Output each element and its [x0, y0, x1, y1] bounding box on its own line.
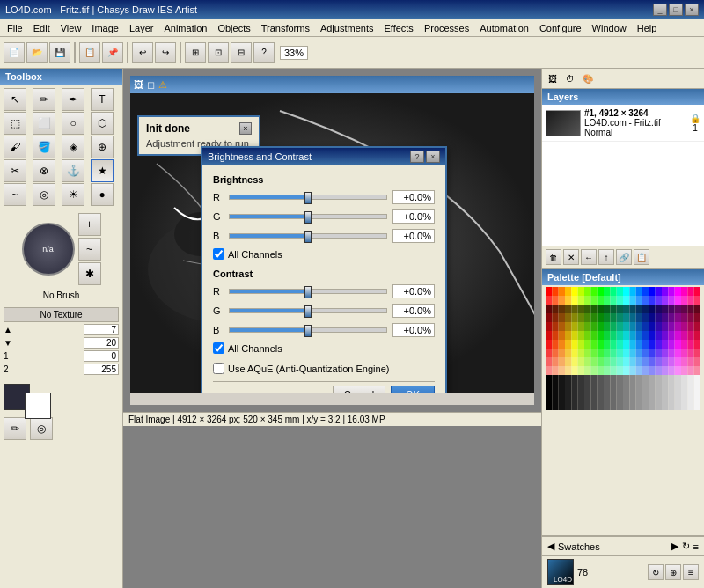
brightness-g-thumb[interactable] [304, 211, 312, 224]
menu-item-effects[interactable]: Effects [378, 21, 418, 35]
menu-item-animation[interactable]: Animation [158, 21, 212, 35]
close-button[interactable]: × [685, 4, 699, 16]
layer-remove-btn[interactable]: ✕ [563, 249, 579, 265]
contrast-b-thumb[interactable] [304, 325, 312, 337]
toolbar-btn-zoom-fit[interactable]: ⊟ [231, 42, 252, 63]
tool-clone[interactable]: ⚓ [62, 159, 84, 182]
toolbar-btn-grid[interactable]: ⊞ [185, 42, 206, 63]
menu-item-processes[interactable]: Processes [419, 21, 474, 35]
tool-poly[interactable]: ⬡ [91, 112, 114, 135]
tool-pen[interactable]: ✒ [62, 88, 84, 111]
value-box-3[interactable]: 0 [84, 350, 119, 362]
layer-down-btn[interactable]: ← [581, 249, 597, 265]
panel-tab-layers[interactable]: 🖼 [546, 71, 560, 85]
contrast-b-track[interactable] [229, 327, 387, 333]
brightness-r-label: R [213, 192, 224, 202]
bottom-action-1[interactable]: ↻ [648, 564, 664, 580]
menu-item-objects[interactable]: Objects [212, 21, 255, 35]
background-color[interactable] [25, 393, 51, 419]
value-box-1[interactable]: 7 [84, 324, 119, 335]
menu-item-view[interactable]: View [55, 21, 87, 35]
tool-crop[interactable]: ✂ [4, 159, 26, 182]
dialog-help-button[interactable]: ? [410, 151, 424, 163]
menu-item-layer[interactable]: Layer [124, 21, 159, 35]
contrast-g-thumb[interactable] [304, 305, 312, 318]
menu-item-help[interactable]: Help [632, 21, 663, 35]
tool-burn[interactable]: ● [91, 183, 114, 206]
tool-rect-select[interactable]: ⬚ [4, 112, 26, 135]
toolbar-btn-snap[interactable]: ⊡ [208, 42, 229, 63]
extra-tool-1[interactable]: ✏ [4, 417, 26, 440]
brightness-b-track[interactable] [229, 233, 387, 239]
contrast-r-track[interactable] [229, 289, 387, 294]
toolbar-btn-paste[interactable]: 📌 [102, 42, 123, 63]
canvas-title-bar: 🖼 ◻ ⚠ [130, 76, 534, 93]
menu-item-transforms[interactable]: Transforms [256, 21, 315, 35]
tool-fill[interactable]: 🪣 [33, 136, 55, 158]
swatches-menu-icon[interactable]: ≡ [693, 541, 699, 552]
layer-copy-btn[interactable]: 📋 [634, 249, 649, 265]
tool-rect[interactable]: ⬜ [33, 112, 55, 135]
tool-text[interactable]: T [91, 88, 114, 111]
contrast-allchannels-checkbox[interactable] [213, 342, 224, 354]
toolbox-extra-3[interactable]: ✱ [78, 262, 101, 285]
brightness-r-track[interactable] [229, 195, 387, 200]
menu-item-file[interactable]: File [2, 21, 28, 35]
toolbar-btn-copy[interactable]: 📋 [79, 42, 100, 63]
tool-select[interactable]: ↖ [4, 88, 26, 111]
refresh-icon[interactable]: ↻ [682, 540, 690, 552]
toolbox-extra-1[interactable]: + [78, 213, 101, 236]
tool-smudge[interactable]: ~ [4, 183, 26, 206]
tool-brush[interactable]: 🖌 [4, 136, 26, 158]
tool-zoom[interactable]: ⊕ [91, 136, 114, 158]
tool-eyedropper[interactable]: ◈ [62, 136, 84, 158]
brightness-g-track[interactable] [229, 214, 387, 219]
brightness-allchannels-checkbox[interactable] [213, 248, 224, 260]
tool-active[interactable]: ★ [91, 159, 114, 182]
contrast-g-track[interactable] [229, 308, 387, 313]
brightness-r-thumb[interactable] [304, 192, 312, 204]
contrast-r-thumb[interactable] [304, 286, 312, 298]
init-close-button[interactable]: × [239, 122, 252, 135]
menu-item-window[interactable]: Window [587, 21, 632, 35]
extra-tool-2[interactable]: ◎ [30, 417, 53, 440]
bottom-action-2[interactable]: ⊕ [665, 564, 681, 580]
minimize-button[interactable]: _ [653, 4, 667, 16]
tool-dodge[interactable]: ☀ [62, 183, 84, 206]
dialog-close-button[interactable]: × [426, 151, 440, 163]
tool-ellipse[interactable]: ○ [62, 112, 84, 135]
layer-delete-btn[interactable]: 🗑 [546, 249, 561, 265]
menu-item-automation[interactable]: Automation [474, 21, 534, 35]
layer-up-btn[interactable]: ↑ [598, 249, 614, 265]
layer-link-btn[interactable]: 🔗 [616, 249, 632, 265]
nav-right-icon[interactable]: ▶ [671, 540, 678, 552]
toolbar-btn-redo[interactable]: ↪ [155, 42, 176, 63]
value-box-2[interactable]: 20 [84, 337, 119, 349]
menu-item-configure[interactable]: Configure [534, 21, 587, 35]
panel-tab-channels[interactable]: 🎨 [581, 71, 595, 85]
ok-button[interactable]: OK [391, 386, 435, 393]
tool-blur[interactable]: ◎ [33, 183, 55, 206]
toolbar-btn-save[interactable]: 💾 [49, 42, 70, 63]
panel-tab-history[interactable]: ⏱ [563, 71, 577, 85]
tool-pencil[interactable]: ✏ [33, 88, 55, 111]
toolbar-btn-undo[interactable]: ↩ [132, 42, 153, 63]
tool-value-row-3: 1 0 [4, 350, 119, 362]
menu-item-adjustments[interactable]: Adjustments [315, 21, 379, 35]
use-aque-checkbox[interactable] [213, 363, 224, 374]
toolbar-btn-help[interactable]: ? [253, 42, 275, 63]
toolbar-btn-open[interactable]: 📂 [26, 42, 48, 63]
toolbox-extra-2[interactable]: ~ [78, 238, 101, 261]
menu-item-edit[interactable]: Edit [28, 21, 55, 35]
value-box-4[interactable]: 255 [84, 364, 119, 375]
bottom-action-3[interactable]: ≡ [683, 564, 699, 580]
cancel-button[interactable]: Cancel [333, 386, 385, 393]
tool-eraser[interactable]: ⊗ [33, 159, 55, 182]
canvas-h-scrollbar[interactable] [130, 393, 534, 405]
brightness-b-thumb[interactable] [304, 231, 312, 243]
maximize-button[interactable]: □ [669, 4, 683, 16]
nav-left-icon[interactable]: ◀ [547, 540, 554, 552]
toolbar-btn-new[interactable]: 📄 [4, 42, 25, 63]
menu-item-image[interactable]: Image [86, 21, 124, 35]
palette-canvas[interactable] [546, 287, 700, 410]
